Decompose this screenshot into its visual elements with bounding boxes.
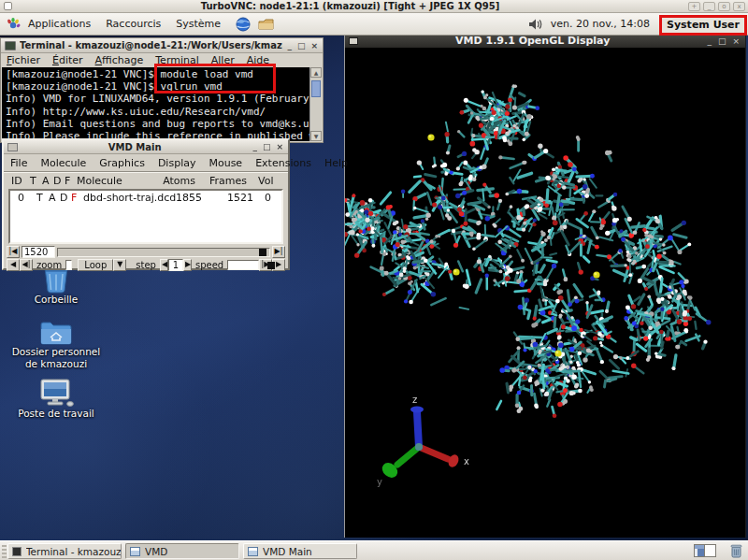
taskbar-trash-icon[interactable] [730,543,742,558]
workspace-switcher[interactable] [694,544,716,557]
terminal-menu-fichier[interactable]: Fichier [7,54,40,66]
panel-clock[interactable]: ven. 20 nov., 14:08 [551,18,650,30]
frame-number-field[interactable] [22,246,55,258]
taskbar-item-vmd-main[interactable]: VMD Main [243,543,357,559]
menu-applications[interactable]: Applications [21,13,98,35]
volume-icon[interactable] [528,18,543,31]
molecule-list: 0 T A D F dbd-short-traj.dcd 1855 1521 0 [8,189,283,244]
annotation-red-box-commands [154,64,276,93]
terminal-minimize-button[interactable]: _ [287,39,292,52]
vnc-close-button[interactable]: x [733,2,745,11]
goto-start-button[interactable]: |◀ [7,246,20,258]
vmd-menu-mouse[interactable]: Mouse [209,157,242,169]
vmd-menu-help[interactable]: Help [324,157,348,169]
terminal-info-line: Info) VMD for LINUXAMD64, version 1.9.1 … [6,93,309,105]
vnc-shade-button[interactable]: + [688,2,700,11]
browser-launcher-icon[interactable] [236,17,251,32]
step-label: step [136,260,156,270]
flag-drawn[interactable]: D [60,192,67,204]
step-back-button[interactable]: ◀| [20,259,33,271]
taskbar-handle[interactable] [2,544,7,558]
loop-dropdown-arrow[interactable]: ▼ [113,259,126,271]
terminal-info-line: Info) http://www.ks.uiuc.edu/Research/vm… [6,106,266,118]
frame-slider-row: |◀ ▶| [7,246,285,258]
vmd-menu-molecule[interactable]: Molecule [40,157,86,169]
vmd-main-minimize-button[interactable]: _ [252,140,257,153]
terminal-scrollbar[interactable]: ▲ ▼ [309,67,322,141]
workspace-2[interactable] [705,545,715,556]
flag-fixed[interactable]: F [71,192,77,204]
icon-label: Corbeille [11,294,101,306]
vnc-titlebar[interactable]: TurboVNC: node1-21:1 (kmazouzi) [Tight +… [0,0,748,13]
step-value-field[interactable] [168,259,183,271]
vmd-main-titlebar[interactable]: VMD Main _ □ × [4,140,288,154]
step-decrement[interactable]: ◀ [160,259,168,271]
speed-slider-track[interactable] [227,260,259,270]
icon-label: Poste de travail [11,408,101,420]
terminal-task-icon [12,547,22,556]
vmd-menu-display[interactable]: Display [158,157,196,169]
vnc-minimize-button[interactable]: _ [703,2,715,11]
icon-label: Dossier personnel [11,346,101,358]
step-increment[interactable]: ▶ [183,259,192,271]
scrollbar-thumb[interactable] [311,80,321,97]
opengl-titlebar[interactable]: VMD 1.9.1 OpenGL Display _ □ × [345,34,745,48]
system-user-applet[interactable]: System User [659,15,747,36]
vmd-main-maximize-button[interactable]: □ [263,140,271,153]
vmd-menu-extensions[interactable]: Extensions [255,157,311,169]
molecule-list-header: ID T A D F Molecule Atoms Frames Vol [4,175,288,189]
vmd-main-close-button[interactable]: × [276,140,283,153]
scroll-up-arrow[interactable]: ▲ [310,67,322,78]
playback-controls-row: ◀ ◀| zoom Loop ▼ step ◀ ▶ speed |▶ ▶ [7,259,285,271]
play-reverse-button[interactable]: ◀ [7,259,20,271]
gnome-menu-icon[interactable] [6,17,21,32]
menu-raccourcis[interactable]: Raccourcis [98,13,168,35]
loop-dropdown[interactable]: Loop ▼ [78,259,126,271]
terminal-maximize-button[interactable]: □ [297,39,306,52]
opengl-title: VMD 1.9.1 OpenGL Display [358,35,707,48]
top-panel: Applications Raccourcis Système ven. 20 … [0,13,748,36]
scroll-down-arrow[interactable]: ▼ [310,131,322,141]
speed-slider-thumb[interactable] [267,262,275,269]
vnc-title: TurboVNC: node1-21:1 (kmazouzi) [Tight +… [12,0,688,12]
flag-top[interactable]: T [36,192,43,204]
desktop-icon-home-folder[interactable]: Dossier personnel de kmazouzi [11,320,101,370]
computer-icon [36,378,77,408]
terminal-menu-editer[interactable]: Éditer [52,54,83,66]
terminal-menu-affichage[interactable]: Affichage [95,54,144,66]
frame-slider-thumb[interactable] [259,249,266,256]
vmd-opengl-window: VMD 1.9.1 OpenGL Display _ □ × [344,34,746,538]
opengl-minimize-button[interactable]: _ [707,36,712,46]
vnc-window-icon [4,2,12,10]
terminal-close-button[interactable]: × [310,39,318,52]
speed-label: speed [195,260,223,270]
frame-slider-track[interactable] [57,248,270,257]
desktop-icon-computer[interactable]: Poste de travail [11,378,101,420]
opengl-maximize-button[interactable]: □ [718,36,726,46]
terminal-titlebar[interactable]: Terminal - kmazouzi@node1-21:/Work/Users… [1,38,323,53]
taskbar-item-terminal[interactable]: Terminal - kmazouzi... [7,543,122,559]
vmd-main-menubar: File Molecule Graphics Display Mouse Ext… [4,154,288,172]
workspace-1[interactable] [695,545,705,556]
filemanager-launcher-icon[interactable] [258,17,274,31]
vnc-maximize-button[interactable]: o [718,2,730,11]
taskbar-item-vmd[interactable]: VMD [125,543,239,559]
zoom-checkbox[interactable] [65,260,72,270]
desktop-icon-corbeille[interactable]: Corbeille [11,266,101,306]
menu-systeme[interactable]: Système [168,13,228,35]
vmd-main-title: VMD Main [22,142,248,152]
terminal-title: Terminal - kmazouzi@node1-21:/Work/Users… [20,40,282,50]
bottom-taskbar: Terminal - kmazouzi... VMD VMD Main [0,540,748,560]
loop-value[interactable]: Loop [78,259,113,271]
vmd-menu-file[interactable]: File [10,157,27,169]
home-folder-icon [39,320,73,346]
opengl-window-icon [349,37,358,45]
vmd-menu-graphics[interactable]: Graphics [99,157,145,169]
molecule-3d-view[interactable] [345,48,745,538]
molecule-row[interactable]: 0 T A D F dbd-short-traj.dcd 1855 1521 0 [10,192,281,205]
goto-end-button[interactable]: ▶| [272,246,285,258]
flag-active[interactable]: A [49,192,56,204]
opengl-close-button[interactable]: × [732,36,740,46]
vnc-desktop: TurboVNC: node1-21:1 (kmazouzi) [Tight +… [0,0,748,560]
terminal-window: Terminal - kmazouzi@node1-21:/Work/Users… [0,37,324,143]
